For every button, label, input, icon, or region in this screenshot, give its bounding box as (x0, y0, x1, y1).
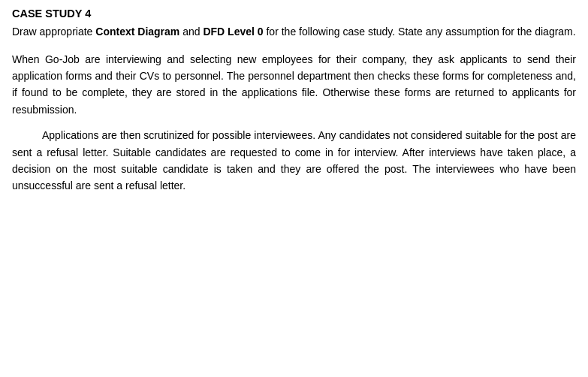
instructions-part3: for the following case study. State any … (264, 26, 576, 38)
instructions-bold1: Context Diagram (95, 26, 179, 38)
case-study-title: CASE STUDY 4 (12, 8, 576, 20)
instructions-part2: and (179, 26, 203, 38)
instructions-bold2: DFD Level 0 (203, 26, 263, 38)
paragraph-1: When Go-Job are interviewing and selecti… (12, 51, 576, 119)
instructions: Draw appropriate Context Diagram and DFD… (12, 24, 576, 41)
instructions-part1: Draw appropriate (12, 26, 95, 38)
paragraph-2: Applications are then scrutinized for po… (12, 127, 576, 195)
